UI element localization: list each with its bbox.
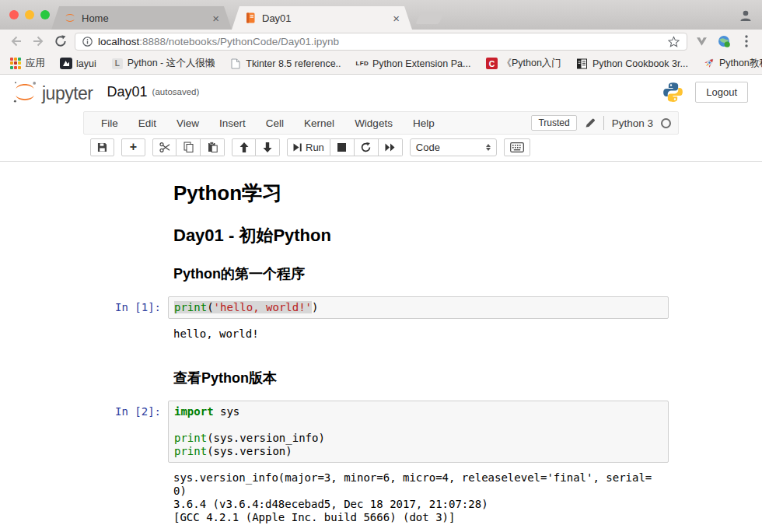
markdown-cell-h3-version[interactable]: 查看Python版本 <box>89 361 673 397</box>
tab-home[interactable]: Home × <box>51 6 232 30</box>
command-palette-button[interactable] <box>504 138 530 156</box>
new-tab-button[interactable] <box>415 12 445 24</box>
code-cell-2: In [2]: import sys print(sys.version_inf… <box>89 397 673 467</box>
menu-view[interactable]: View <box>166 117 209 129</box>
url-host: localhost <box>98 36 139 47</box>
browser-title-bar: Home × Day01 × <box>0 0 762 30</box>
bookmark-layui[interactable]: layui <box>60 58 96 70</box>
markdown-cell-h3-first-program[interactable]: Python的第一个程序 <box>89 257 673 292</box>
menu-file[interactable]: File <box>91 117 128 129</box>
kernel-name: Python 3 <box>612 117 653 129</box>
paste-cell-button[interactable] <box>201 138 225 156</box>
jupyter-header-area: jupyter Day01 (autosaved) Logout File Ed… <box>0 75 762 162</box>
stop-icon <box>337 143 346 152</box>
layui-favicon-icon <box>60 58 72 70</box>
bookmark-star-icon[interactable] <box>668 36 680 47</box>
book-favicon-icon <box>576 58 589 70</box>
output-text: hello, world! <box>168 323 669 344</box>
restart-kernel-button[interactable] <box>355 138 379 156</box>
bookmark-label: layui <box>76 58 96 69</box>
divider <box>603 116 604 130</box>
forward-icon[interactable] <box>30 33 47 50</box>
close-window-button[interactable] <box>9 10 19 19</box>
add-cell-button[interactable]: + <box>121 138 145 156</box>
page-info-icon[interactable] <box>82 37 93 47</box>
fast-forward-icon <box>385 143 395 152</box>
zoom-window-button[interactable] <box>40 10 50 19</box>
menu-cell[interactable]: Cell <box>256 117 294 129</box>
profile-icon[interactable] <box>739 9 753 23</box>
bookmark-python-extension[interactable]: LFD Python Extension Pa... <box>356 58 471 69</box>
jupyter-logo-icon <box>11 80 39 104</box>
code-input[interactable]: print('hello, world!') <box>168 296 669 319</box>
kernel-idle-indicator <box>661 118 671 128</box>
cell-prompt <box>93 367 168 390</box>
save-icon <box>97 142 107 152</box>
logout-button[interactable]: Logout <box>695 82 748 103</box>
jupyter-logo[interactable]: jupyter <box>11 80 93 104</box>
menu-edit[interactable]: Edit <box>128 117 166 129</box>
run-cell-button[interactable]: Run <box>287 138 330 156</box>
output-prompt <box>93 323 168 344</box>
tab-title: Day01 <box>262 12 387 24</box>
cell-type-select[interactable]: Code <box>410 138 497 156</box>
bookmark-label: Python教程 <box>719 57 762 70</box>
move-cell-up-button[interactable] <box>232 138 256 156</box>
copy-icon <box>184 142 194 152</box>
plus-icon: + <box>130 141 137 153</box>
menu-widgets[interactable]: Widgets <box>344 117 403 129</box>
heading-first-program: Python的第一个程序 <box>173 264 669 283</box>
copy-cell-button[interactable] <box>177 138 201 156</box>
bookmark-apps[interactable]: 应用 <box>9 57 45 70</box>
bookmark-python-cookbook[interactable]: Python Cookbook 3r... <box>576 58 688 70</box>
close-tab-icon[interactable]: × <box>393 12 400 24</box>
cell-prompt <box>93 178 168 210</box>
close-tab-icon[interactable]: × <box>212 12 219 24</box>
back-icon[interactable] <box>7 33 24 50</box>
apps-grid-icon <box>9 58 22 70</box>
markdown-cell-h1[interactable]: Python学习 <box>89 172 673 216</box>
bookmark-tkinter-reference[interactable]: Tkinter 8.5 reference.. <box>229 58 341 70</box>
url-bar[interactable]: localhost:8888/notebooks/PythonCode/Day0… <box>75 33 687 51</box>
url-path: :8888/notebooks/PythonCode/Day01.ipynb <box>139 36 339 47</box>
notebook-favicon-icon <box>244 12 257 24</box>
extension-globe-icon[interactable] <box>715 33 732 50</box>
output-cell-2: sys.version_info(major=3, minor=6, micro… <box>89 467 673 532</box>
restart-run-all-button[interactable] <box>379 138 403 156</box>
notebook-title[interactable]: Day01 <box>107 84 148 100</box>
extension-v-icon[interactable] <box>693 33 710 50</box>
save-button[interactable] <box>90 138 114 156</box>
bookmark-label: 《Python入门 <box>502 57 561 70</box>
arrow-down-icon <box>263 142 272 152</box>
minimize-window-button[interactable] <box>25 10 34 19</box>
reload-icon[interactable] <box>52 33 69 50</box>
cut-cell-button[interactable] <box>152 138 177 156</box>
code-input[interactable]: import sys print(sys.version_info)print(… <box>168 401 669 463</box>
output-text: sys.version_info(major=3, minor=6, micro… <box>168 467 669 527</box>
interrupt-kernel-button[interactable] <box>330 138 355 156</box>
bookmark-python-blog[interactable]: L Python - 这个人很懒 <box>111 57 215 70</box>
menu-insert[interactable]: Insert <box>209 117 256 129</box>
trusted-button[interactable]: Trusted <box>531 115 576 131</box>
menu-kernel[interactable]: Kernel <box>294 117 344 129</box>
bookmark-python-intro[interactable]: C 《Python入门 <box>485 57 561 70</box>
markdown-cell-h2[interactable]: Day01 - 初始Python <box>89 216 673 257</box>
bookmark-label: 应用 <box>26 57 45 70</box>
jupyter-favicon-icon <box>64 12 76 24</box>
paste-icon <box>208 142 218 152</box>
heading-day01: Day01 - 初始Python <box>173 224 669 247</box>
tab-day01[interactable]: Day01 × <box>232 6 412 30</box>
python-logo-icon <box>662 82 683 103</box>
letter-l-favicon-icon: L <box>111 58 124 70</box>
window-controls <box>9 10 50 19</box>
chrome-menu-icon[interactable] <box>738 33 755 50</box>
browser-address-row: localhost:8888/notebooks/PythonCode/Day0… <box>0 30 762 53</box>
move-cell-down-button[interactable] <box>256 138 280 156</box>
menu-help[interactable]: Help <box>403 117 445 129</box>
bookmark-label: Python Extension Pa... <box>372 58 470 69</box>
bookmark-python-tutorial[interactable]: Python教程 <box>703 57 762 70</box>
arrow-up-icon <box>239 142 249 152</box>
pencil-icon[interactable] <box>585 117 596 128</box>
keyboard-icon <box>510 142 524 152</box>
cell-prompt <box>93 263 168 286</box>
